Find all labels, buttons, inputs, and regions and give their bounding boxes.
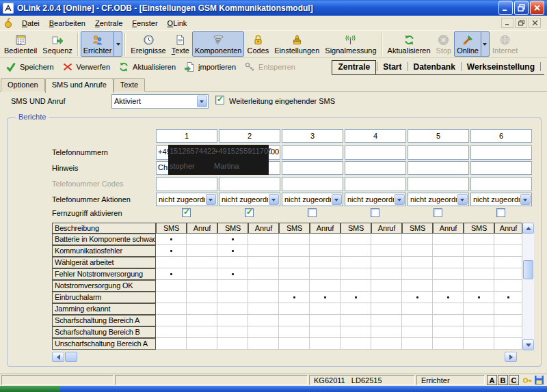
- matrix-cell[interactable]: [494, 292, 522, 303]
- chevron-down-icon[interactable]: [481, 32, 489, 56]
- matrix-cell[interactable]: [279, 326, 310, 338]
- hinweis-cell-4[interactable]: [345, 161, 406, 175]
- toolbar-button-importieren[interactable]: importieren: [181, 60, 241, 74]
- fernzugriff-checkbox-3[interactable]: [308, 208, 317, 217]
- matrix-cell[interactable]: [187, 280, 217, 292]
- matrix-cell[interactable]: [433, 245, 464, 257]
- matrix-cell[interactable]: [248, 303, 279, 315]
- matrix-cell[interactable]: [310, 234, 341, 245]
- matrix-cell[interactable]: [341, 257, 371, 268]
- chevron-down-icon[interactable]: [457, 194, 468, 205]
- matrix-cell[interactable]: [464, 268, 494, 280]
- toolbar-button-signalmessung[interactable]: Signalmessung: [322, 31, 379, 57]
- matrix-cell[interactable]: [494, 315, 522, 326]
- matrix-cell[interactable]: [341, 315, 371, 326]
- matrix-cell[interactable]: [187, 268, 217, 280]
- mdi-restore-button[interactable]: [515, 18, 527, 28]
- matrix-cell[interactable]: [187, 292, 217, 303]
- matrix-cell[interactable]: [433, 292, 464, 303]
- telefonnummer-cell-4[interactable]: [345, 145, 406, 160]
- matrix-cell[interactable]: [464, 292, 494, 303]
- matrix-cell[interactable]: [464, 245, 494, 257]
- matrix-cell[interactable]: [464, 280, 494, 292]
- matrix-cell[interactable]: [402, 268, 433, 280]
- matrix-cell[interactable]: [279, 338, 310, 350]
- matrix-cell[interactable]: [187, 326, 217, 338]
- telefonummer-code-cell-2[interactable]: [219, 177, 280, 191]
- matrix-cell[interactable]: [248, 257, 279, 268]
- matrix-cell[interactable]: [248, 326, 279, 338]
- matrix-cell[interactable]: [217, 234, 248, 245]
- partition-button-c[interactable]: C: [509, 375, 519, 385]
- matrix-cell[interactable]: [187, 245, 217, 257]
- matrix-cell[interactable]: [310, 338, 341, 350]
- partition-button-b[interactable]: B: [498, 375, 508, 385]
- matrix-cell[interactable]: [248, 315, 279, 326]
- chevron-down-icon[interactable]: [197, 96, 207, 107]
- menu-olink[interactable]: OLink: [163, 18, 192, 29]
- matrix-cell[interactable]: [248, 268, 279, 280]
- matrix-cell[interactable]: [341, 234, 371, 245]
- fernzugriff-checkbox-6[interactable]: [496, 208, 505, 217]
- toolbar-button-texte[interactable]: Texte: [169, 31, 192, 57]
- matrix-cell[interactable]: [371, 280, 402, 292]
- matrix-cell[interactable]: [402, 326, 433, 338]
- telefonummer-code-cell-4[interactable]: [345, 177, 406, 191]
- matrix-cell[interactable]: [341, 280, 371, 292]
- aktion-dropdown-3[interactable]: nicht zugeordr: [282, 193, 343, 206]
- matrix-cell[interactable]: [310, 245, 341, 257]
- scroll-down-button[interactable]: [522, 339, 534, 350]
- matrix-cell[interactable]: [402, 292, 433, 303]
- chevron-down-icon[interactable]: [520, 194, 531, 205]
- matrix-cell[interactable]: [402, 245, 433, 257]
- start-button-edge[interactable]: [0, 386, 60, 392]
- matrix-cell[interactable]: [279, 234, 310, 245]
- matrix-cell[interactable]: [464, 326, 494, 338]
- matrix-cell[interactable]: [217, 245, 248, 257]
- telefonummer-code-cell-5[interactable]: [408, 177, 469, 191]
- matrix-cell[interactable]: [371, 303, 402, 315]
- mdi-close-button[interactable]: [529, 18, 541, 28]
- chevron-down-icon[interactable]: [332, 194, 342, 205]
- menu-fenster[interactable]: Fenster: [127, 18, 162, 29]
- weiterleitung-checkbox[interactable]: [215, 96, 224, 104]
- telefonnummer-cell-6[interactable]: [470, 145, 532, 160]
- matrix-cell[interactable]: [371, 257, 402, 268]
- matrix-cell[interactable]: [433, 234, 464, 245]
- matrix-cell[interactable]: [310, 292, 341, 303]
- matrix-cell[interactable]: [217, 326, 248, 338]
- toolbar-button-sequenz[interactable]: Sequenz: [40, 31, 75, 57]
- fernzugriff-checkbox-5[interactable]: [433, 208, 442, 217]
- matrix-cell[interactable]: [494, 245, 522, 257]
- matrix-cell[interactable]: [433, 268, 464, 280]
- matrix-cell[interactable]: [156, 234, 187, 245]
- matrix-cell[interactable]: [217, 292, 248, 303]
- menu-datei[interactable]: Datei: [17, 18, 44, 29]
- fernzugriff-checkbox-2[interactable]: [245, 208, 254, 217]
- toolbar-button-errichter[interactable]: Errichter: [81, 31, 123, 57]
- matrix-cell[interactable]: [371, 315, 402, 326]
- matrix-cell[interactable]: [402, 338, 433, 350]
- matrix-cell[interactable]: [494, 268, 522, 280]
- matrix-cell[interactable]: [248, 234, 279, 245]
- hinweis-cell-3[interactable]: [282, 161, 343, 175]
- matrix-cell[interactable]: [371, 234, 402, 245]
- matrix-cell[interactable]: [464, 338, 494, 350]
- telefonnummer-cell-5[interactable]: [408, 145, 469, 160]
- scroll-up-button[interactable]: [522, 223, 534, 234]
- aktion-dropdown-4[interactable]: nicht zugeordr: [345, 193, 406, 206]
- toolbar-button-verwerfen[interactable]: Verwerfen: [59, 60, 116, 74]
- matrix-cell[interactable]: [217, 280, 248, 292]
- fernzugriff-checkbox-1[interactable]: [182, 208, 191, 217]
- toolbar-button-aktualisieren[interactable]: Aktualisieren: [116, 60, 181, 74]
- matrix-cell[interactable]: [464, 257, 494, 268]
- matrix-cell[interactable]: [279, 315, 310, 326]
- toolbar-button-komponenten[interactable]: Komponenten: [192, 31, 245, 57]
- matrix-cell[interactable]: [433, 280, 464, 292]
- menu-bearbeiten[interactable]: Bearbeiten: [44, 18, 90, 29]
- matrix-cell[interactable]: [341, 338, 371, 350]
- matrix-cell[interactable]: [217, 303, 248, 315]
- chevron-down-icon[interactable]: [269, 194, 279, 205]
- matrix-cell[interactable]: [402, 234, 433, 245]
- matrix-cell[interactable]: [156, 268, 187, 280]
